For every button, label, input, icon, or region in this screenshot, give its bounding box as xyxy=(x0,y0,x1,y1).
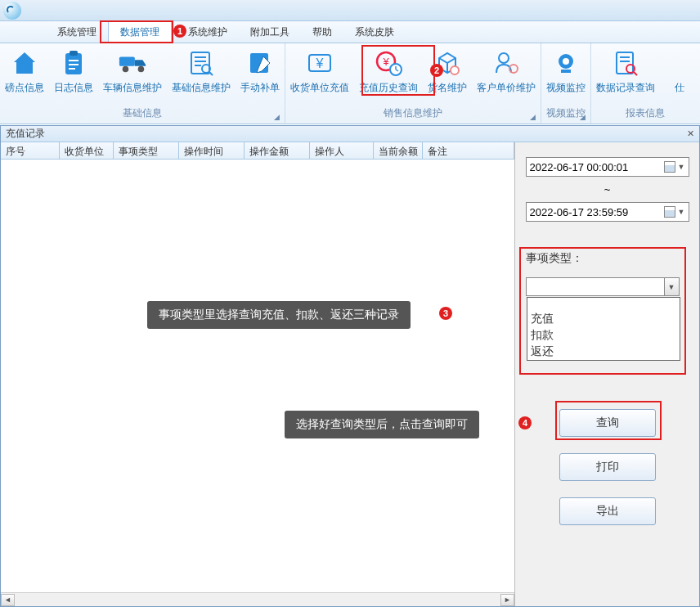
col-operator[interactable]: 操作人 xyxy=(310,142,374,160)
svg-point-26 xyxy=(499,53,509,63)
close-icon[interactable]: ✕ xyxy=(684,128,696,140)
home-icon xyxy=(10,48,39,78)
ribbon-vehicle-info[interactable]: 车辆信息维护 xyxy=(98,43,167,104)
svg-rect-1 xyxy=(70,51,78,56)
col-remark[interactable]: 备注 xyxy=(423,142,514,160)
ribbon-group-label: 报表信息 xyxy=(591,104,699,124)
col-time[interactable]: 操作时间 xyxy=(179,142,245,160)
query-button[interactable]: 查询 xyxy=(559,409,656,437)
svg-line-22 xyxy=(439,58,447,63)
ribbon-label: 货名维护 xyxy=(428,81,467,95)
horizontal-scrollbar[interactable]: ◄ ► xyxy=(1,592,514,606)
ribbon-label: 磅点信息 xyxy=(5,81,44,95)
ribbon-label: 视频监控 xyxy=(546,81,586,95)
ribbon-label: 收货单位充值 xyxy=(290,81,349,95)
chevron-down-icon[interactable]: ▼ xyxy=(664,278,679,295)
col-amount[interactable]: 操作金额 xyxy=(245,142,310,160)
date-from-input[interactable]: 2022-06-17 00:00:01 ▼ xyxy=(526,157,689,177)
expand-icon[interactable]: ◢ xyxy=(274,113,282,121)
panel-recharge-records: 充值记录 ✕ 序号 收货单位 事项类型 操作时间 操作金额 操作人 当前余额 备… xyxy=(0,125,700,607)
ribbon-partial[interactable]: 仕 xyxy=(660,43,699,104)
type-combobox[interactable]: ▼ 充值 扣款 返还 xyxy=(526,277,680,296)
ribbon-manual-order[interactable]: 手动补单 xyxy=(236,43,285,104)
type-option-deduct[interactable]: 扣款 xyxy=(527,327,680,344)
placeholder-icon xyxy=(665,48,694,78)
titlebar xyxy=(0,0,700,21)
yen-icon: ¥ xyxy=(305,48,334,78)
scroll-right-icon[interactable]: ► xyxy=(500,594,514,606)
ribbon-label: 仕 xyxy=(675,81,684,95)
svg-point-6 xyxy=(123,66,129,73)
col-type[interactable]: 事项类型 xyxy=(114,142,179,160)
list-search-icon xyxy=(186,48,216,78)
ribbon-group-video: 视频监控 视频监控 ◢ xyxy=(541,43,591,124)
filter-panel: 2022-06-17 00:00:01 ▼ ~ 2022-06-17 23:59… xyxy=(515,142,699,606)
menu-system-manage[interactable]: 系统管理 xyxy=(46,21,108,43)
svg-rect-2 xyxy=(69,60,79,61)
table-header: 序号 收货单位 事项类型 操作时间 操作金额 操作人 当前余额 备注 xyxy=(1,142,514,160)
svg-rect-4 xyxy=(69,68,75,70)
menubar: 系统管理 数据管理 系统维护 附加工具 帮助 系统皮肤 xyxy=(0,21,700,43)
type-option-return[interactable]: 返还 xyxy=(527,344,680,360)
chevron-down-icon[interactable]: ▼ xyxy=(678,208,685,216)
yen-clock-icon: ¥ xyxy=(374,48,403,78)
camera-icon xyxy=(551,48,581,78)
ribbon-customer-price[interactable]: 客户单价维护 xyxy=(472,43,541,104)
date-from-value: 2022-06-17 00:00:01 xyxy=(530,161,629,173)
edit-doc-icon xyxy=(245,48,275,78)
ribbon-label: 日志信息 xyxy=(54,81,93,95)
truck-icon xyxy=(118,48,147,78)
menu-skin[interactable]: 系统皮肤 xyxy=(343,21,406,43)
svg-text:¥: ¥ xyxy=(382,56,389,68)
ribbon-log-info[interactable]: 日志信息 xyxy=(49,43,98,104)
ribbon-group-sales-info: ¥ 收货单位充值 ¥ 充值历史查询 货名维护 客户单价维护 销售信息维护 ◢ xyxy=(285,43,541,124)
ribbon-group-label: 基础信息 xyxy=(0,104,285,124)
ribbon-label: 车辆信息维护 xyxy=(103,81,162,95)
panel-header: 充值记录 ✕ xyxy=(1,126,699,142)
ribbon-label: 基础信息维护 xyxy=(172,81,231,95)
svg-rect-30 xyxy=(561,70,571,73)
col-index[interactable]: 序号 xyxy=(1,142,60,160)
calendar-icon[interactable] xyxy=(664,161,675,173)
ribbon-goods-maintain[interactable]: 货名维护 xyxy=(423,43,472,104)
expand-icon[interactable]: ◢ xyxy=(530,113,538,121)
panel-title: 充值记录 xyxy=(6,127,45,141)
ribbon-recharge-history[interactable]: ¥ 充值历史查询 xyxy=(354,43,423,104)
menu-system-maintain[interactable]: 系统维护 xyxy=(177,21,239,43)
svg-rect-8 xyxy=(191,52,209,74)
menu-addon-tools[interactable]: 附加工具 xyxy=(239,21,301,43)
chevron-down-icon[interactable]: ▼ xyxy=(678,163,685,171)
ribbon-weigh-point-info[interactable]: 磅点信息 xyxy=(0,43,49,104)
col-balance[interactable]: 当前余额 xyxy=(374,142,423,160)
ribbon-basic-info-maintain[interactable]: 基础信息维护 xyxy=(167,43,236,104)
svg-rect-3 xyxy=(69,64,79,65)
app-logo-icon xyxy=(3,2,21,20)
scroll-left-icon[interactable]: ◄ xyxy=(1,594,15,606)
ribbon-label: 手动补单 xyxy=(240,81,280,95)
print-button[interactable]: 打印 xyxy=(559,453,656,481)
ribbon-recharge-receiver[interactable]: ¥ 收货单位充值 xyxy=(285,43,354,104)
col-receiver[interactable]: 收货单位 xyxy=(60,142,114,160)
menu-help[interactable]: 帮助 xyxy=(301,21,343,43)
records-table: 序号 收货单位 事项类型 操作时间 操作金额 操作人 当前余额 备注 ◄ ► xyxy=(1,142,515,606)
export-button[interactable]: 导出 xyxy=(559,497,656,525)
calendar-icon[interactable] xyxy=(664,206,675,218)
svg-text:¥: ¥ xyxy=(316,56,324,70)
type-option-blank[interactable] xyxy=(527,298,680,311)
svg-line-35 xyxy=(634,72,637,75)
ribbon-data-record-query[interactable]: 数据记录查询 xyxy=(591,43,660,104)
expand-icon[interactable]: ◢ xyxy=(580,113,588,121)
ribbon-group-report: 数据记录查询 仕 报表信息 xyxy=(591,43,699,124)
doc-search-icon xyxy=(611,48,640,78)
svg-rect-5 xyxy=(119,56,135,65)
svg-line-13 xyxy=(209,72,213,75)
type-option-recharge[interactable]: 充值 xyxy=(527,311,680,327)
ribbon-label: 客户单价维护 xyxy=(477,81,536,95)
package-gear-icon xyxy=(433,48,462,78)
date-to-input[interactable]: 2022-06-17 23:59:59 ▼ xyxy=(526,202,689,222)
svg-point-7 xyxy=(138,66,145,73)
menu-data-manage[interactable]: 数据管理 xyxy=(108,21,172,43)
svg-point-29 xyxy=(563,58,569,65)
ribbon-label: 数据记录查询 xyxy=(596,81,655,95)
ribbon-video-monitor[interactable]: 视频监控 xyxy=(541,43,590,104)
